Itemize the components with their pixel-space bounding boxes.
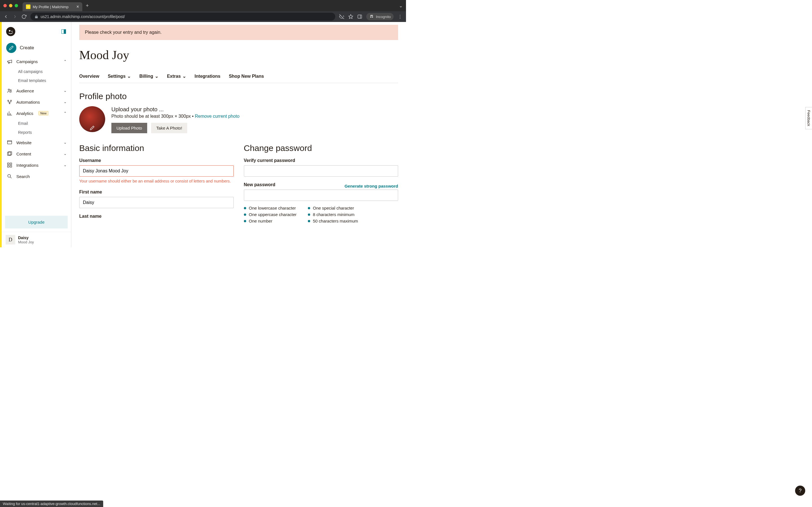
back-button[interactable]: [3, 14, 8, 19]
svg-point-10: [10, 90, 11, 91]
main-content: Please check your entry and try again. M…: [71, 22, 406, 247]
remove-photo-link[interactable]: Remove current photo: [195, 114, 239, 119]
mailchimp-logo[interactable]: [6, 26, 16, 37]
chevron-down-icon: ⌄: [183, 73, 186, 79]
firstname-input[interactable]: [79, 197, 234, 208]
minimize-window-icon[interactable]: [9, 4, 12, 7]
username-label: Username: [79, 158, 234, 163]
sidebar-item-label: Automations: [16, 100, 40, 105]
sidebar-item-analytics[interactable]: Analytics New ⌃: [2, 108, 71, 119]
tab-label: Settings: [108, 74, 125, 79]
close-window-icon[interactable]: [3, 4, 7, 7]
svg-rect-19: [10, 163, 12, 165]
pw-rule: One number: [244, 218, 297, 224]
chevron-down-icon: ⌄: [64, 152, 66, 156]
take-photo-button[interactable]: Take A Photo!: [151, 123, 187, 133]
pw-rule: One special character: [308, 205, 358, 211]
chevron-down-icon: ⌄: [64, 100, 66, 104]
svg-point-12: [10, 100, 11, 101]
edit-avatar-icon[interactable]: [90, 125, 95, 130]
collapse-sidebar-icon[interactable]: [61, 29, 66, 34]
incognito-badge[interactable]: Incognito: [366, 13, 394, 20]
sidebar-sub-email-templates[interactable]: Email templates: [2, 76, 71, 85]
forward-button[interactable]: [12, 14, 17, 19]
panel-icon[interactable]: [357, 14, 362, 19]
bookmark-star-icon[interactable]: [348, 14, 353, 19]
sidebar-item-integrations[interactable]: Integrations ⌄: [2, 159, 71, 171]
reload-button[interactable]: [21, 14, 27, 19]
bullet-icon: [244, 214, 246, 216]
svg-point-22: [8, 174, 10, 177]
username-input[interactable]: [79, 165, 234, 177]
address-bar[interactable]: us21.admin.mailchimp.com/account/profile…: [31, 13, 335, 20]
sidebar-item-label: Campaigns: [16, 59, 38, 64]
tab-settings[interactable]: Settings⌄: [108, 73, 131, 83]
sidebar-item-automations[interactable]: Automations ⌄: [2, 96, 71, 108]
firstname-label: First name: [79, 189, 234, 194]
sidebar-item-content[interactable]: Content ⌄: [2, 148, 71, 159]
new-password-label: New password: [244, 182, 275, 187]
bullet-icon: [308, 214, 310, 216]
chevron-down-icon: ⌄: [155, 73, 158, 79]
tab-shop-plans[interactable]: Shop New Plans: [229, 73, 264, 83]
pw-rule: 50 characters maximum: [308, 218, 358, 224]
tab-overview[interactable]: Overview: [79, 73, 99, 83]
sidebar-item-campaigns[interactable]: Campaigns ⌃: [2, 56, 71, 67]
tab-extras[interactable]: Extras⌄: [167, 73, 186, 83]
tab-integrations[interactable]: Integrations: [195, 73, 220, 83]
analytics-icon: [6, 110, 13, 116]
sidebar-item-label: Create: [20, 45, 34, 51]
incognito-icon: [369, 14, 374, 19]
sidebar-sub-email[interactable]: Email: [2, 119, 71, 128]
svg-rect-14: [8, 140, 12, 144]
chevron-down-icon: ⌄: [64, 163, 66, 167]
svg-point-8: [11, 31, 13, 32]
window-titlebar: ✉ My Profile | Mailchimp × + ⌄: [0, 0, 406, 11]
sidebar-item-audience[interactable]: Audience ⌄: [2, 85, 71, 96]
content-icon: [6, 151, 13, 157]
sidebar-item-search[interactable]: Search: [2, 171, 71, 182]
lastname-label: Last name: [79, 214, 234, 219]
username-error-message: Your username should either be an email …: [79, 178, 234, 184]
user-name: Daisy: [18, 235, 34, 240]
browser-tab[interactable]: ✉ My Profile | Mailchimp ×: [22, 2, 82, 11]
verify-password-input[interactable]: [244, 165, 398, 177]
svg-marker-1: [349, 15, 353, 18]
rule-text: 50 characters maximum: [313, 219, 358, 223]
new-password-input[interactable]: [244, 189, 398, 201]
rule-text: One lowercase character: [249, 206, 296, 210]
rule-text: 8 characters minimum: [313, 212, 355, 217]
eye-off-icon[interactable]: [339, 14, 344, 19]
new-badge: New: [38, 111, 49, 115]
pw-rule: One lowercase character: [244, 205, 297, 211]
upgrade-button[interactable]: Upgrade: [5, 216, 68, 228]
svg-point-9: [8, 89, 10, 91]
svg-rect-18: [8, 163, 9, 165]
bullet-icon: [244, 220, 246, 222]
sidebar-sub-reports[interactable]: Reports: [2, 128, 71, 137]
new-tab-button[interactable]: +: [86, 3, 89, 9]
tabs-dropdown-icon[interactable]: ⌄: [399, 3, 403, 8]
user-menu[interactable]: D Daisy Mood Joy: [2, 232, 71, 247]
upload-photo-button[interactable]: Upload Photo: [111, 123, 147, 133]
verify-password-label: Verify current password: [244, 158, 398, 163]
chevron-up-icon: ⌃: [64, 111, 66, 115]
sidebar-item-label: Search: [16, 174, 30, 179]
sidebar-item-create[interactable]: Create: [2, 40, 71, 56]
chevron-down-icon: ⌄: [127, 73, 131, 79]
sidebar-sub-all-campaigns[interactable]: All campaigns: [2, 67, 71, 76]
profile-avatar[interactable]: [79, 106, 105, 132]
sidebar-item-label: Audience: [16, 89, 34, 93]
sidebar-item-website[interactable]: Website ⌄: [2, 137, 71, 148]
kebab-menu-icon[interactable]: ⋮: [398, 14, 403, 19]
url-text: us21.admin.mailchimp.com/account/profile…: [41, 14, 125, 19]
svg-rect-2: [358, 15, 362, 18]
generate-password-link[interactable]: Generate strong password: [345, 184, 398, 188]
chevron-up-icon: ⌃: [64, 59, 66, 63]
rule-text: One number: [249, 219, 272, 223]
maximize-window-icon[interactable]: [15, 4, 18, 7]
svg-point-7: [9, 30, 10, 32]
tab-billing[interactable]: Billing⌄: [139, 73, 158, 83]
svg-point-4: [370, 16, 371, 18]
close-tab-icon[interactable]: ×: [77, 4, 79, 9]
